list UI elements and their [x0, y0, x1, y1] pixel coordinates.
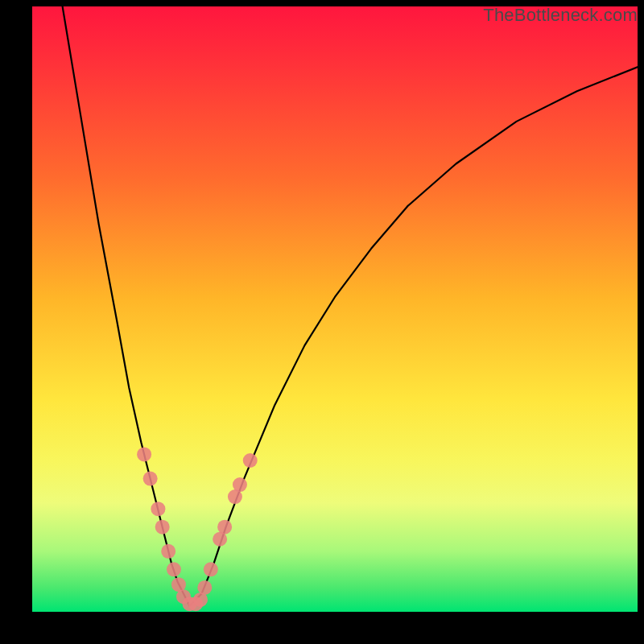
data-marker [233, 477, 247, 492]
data-marker [161, 544, 175, 559]
plot-area [32, 6, 638, 612]
curve-left-branch [63, 6, 190, 605]
curve-right-branch [190, 67, 638, 605]
data-marker [167, 562, 181, 576]
data-marker [204, 562, 218, 576]
data-marker [143, 472, 158, 486]
curve-group [63, 6, 638, 605]
marker-group [137, 447, 258, 611]
curve-svg [32, 6, 638, 612]
data-marker [137, 447, 151, 461]
data-marker [217, 520, 232, 535]
watermark-text: TheBottleneck.com [483, 5, 638, 26]
data-marker [155, 520, 170, 535]
data-marker [243, 453, 258, 468]
chart-frame: TheBottleneck.com [0, 0, 644, 644]
data-marker [197, 580, 212, 595]
data-marker [151, 502, 165, 516]
